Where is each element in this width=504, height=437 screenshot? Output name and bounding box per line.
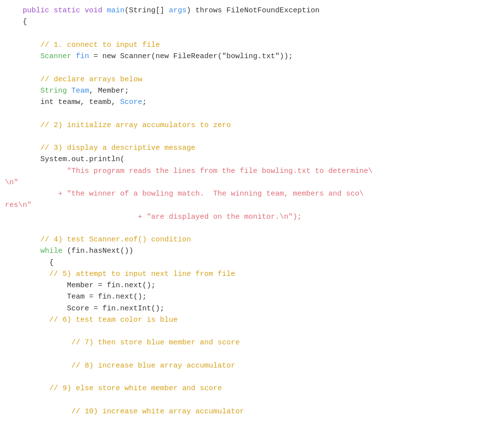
code-token: // 8) increase blue array accumulator [5, 362, 235, 370]
code-token: main [107, 6, 125, 15]
code-line: public static void main(String[] args) t… [0, 5, 504, 16]
code-token: ) throws FileNotFoundException [187, 6, 319, 15]
code-line: System.out.println( [0, 154, 504, 165]
code-token: String [5, 87, 71, 95]
code-token: { [5, 259, 54, 267]
code-token: \n" [5, 178, 18, 187]
code-token: Score [120, 98, 142, 106]
code-token: (fin.hasNext()) [67, 247, 133, 255]
code-token: fin [76, 52, 89, 61]
code-token: , Member; [89, 87, 129, 95]
code-line: Scanner fin = new Scanner(new FileReader… [0, 51, 504, 62]
code-line [0, 28, 504, 39]
code-token: // 9) else store white member and score [5, 384, 222, 393]
code-content: public static void main(String[] args) t… [0, 5, 504, 417]
code-line: // 8) increase blue array accumulator [0, 360, 504, 371]
code-line: // 2) initialize array accumulators to z… [0, 120, 504, 131]
code-line [0, 108, 504, 119]
code-line: // 1. connect to input file [0, 39, 504, 51]
code-token: System.out.println( [5, 155, 125, 164]
code-line: Score = fin.nextInt(); [0, 303, 504, 314]
code-line [0, 326, 504, 337]
code-token: "This program reads the lines from the f… [5, 167, 373, 175]
code-line: // 3) display a descriptive message [0, 142, 504, 154]
code-line: { [0, 257, 504, 269]
code-line: // 10) increase white array accumulator [0, 406, 504, 417]
code-line [0, 131, 504, 142]
code-token: // 1. connect to input file [5, 41, 160, 49]
code-line: Member = fin.next(); [0, 280, 504, 291]
code-token: // 7) then store blue member and score [5, 338, 240, 347]
code-token: Team = fin.next(); [5, 293, 147, 301]
code-token: (String[] [125, 6, 169, 15]
code-token: int teamw, teamb, [5, 98, 120, 106]
code-token: Score = fin.nextInt(); [5, 304, 164, 313]
code-token: // 3) display a descriptive message [5, 144, 195, 152]
code-token: + "the winner of a bowling match. The wi… [5, 190, 364, 198]
code-line: + "are displayed on the monitor.\n"); [0, 211, 504, 223]
code-line: // 6) test team color is blue [0, 314, 504, 326]
code-line: "This program reads the lines from the f… [0, 166, 504, 177]
code-token: // 4) test Scanner.eof() condition [5, 235, 191, 244]
code-token: Member = fin.next(); [5, 281, 156, 290]
code-line: // 4) test Scanner.eof() condition [0, 234, 504, 245]
code-token: // 5) attempt to input next line from fi… [5, 270, 235, 278]
code-token: Team [71, 87, 89, 95]
code-token: public static void [5, 6, 107, 15]
code-token: // declare arrays below [5, 75, 142, 84]
code-token: + "are displayed on the monitor.\n"); [5, 213, 302, 221]
code-line: int teamw, teamb, Score; [0, 97, 504, 108]
code-token: while [5, 247, 67, 255]
code-token: // 6) test team color is blue [5, 316, 178, 324]
code-line: while (fin.hasNext()) [0, 245, 504, 257]
code-line [0, 349, 504, 360]
code-line [0, 395, 504, 406]
code-token: ; [142, 98, 147, 106]
code-token: // 2) initialize array accumulators to z… [5, 121, 231, 130]
code-line: // 9) else store white member and score [0, 383, 504, 394]
code-editor: public static void main(String[] args) t… [0, 0, 504, 437]
code-token: = new Scanner(new FileReader("bowling.tx… [89, 52, 293, 61]
code-line: res\n" [0, 200, 504, 211]
code-line: String Team, Member; [0, 85, 504, 97]
code-token: args [169, 6, 187, 15]
code-token: Scanner [5, 52, 76, 61]
code-line [0, 223, 504, 234]
code-line: \n" [0, 177, 504, 188]
code-line: // 5) attempt to input next line from fi… [0, 269, 504, 280]
code-line: // 7) then store blue member and score [0, 337, 504, 348]
code-line: { [0, 16, 504, 28]
code-line: // declare arrays below [0, 74, 504, 85]
code-line: + "the winner of a bowling match. The wi… [0, 188, 504, 200]
code-token: // 10) increase white array accumulator [5, 407, 244, 416]
code-token: res\n" [5, 201, 32, 209]
code-line [0, 371, 504, 383]
code-line [0, 62, 504, 73]
code-token: { [5, 18, 27, 26]
code-line: Team = fin.next(); [0, 291, 504, 303]
